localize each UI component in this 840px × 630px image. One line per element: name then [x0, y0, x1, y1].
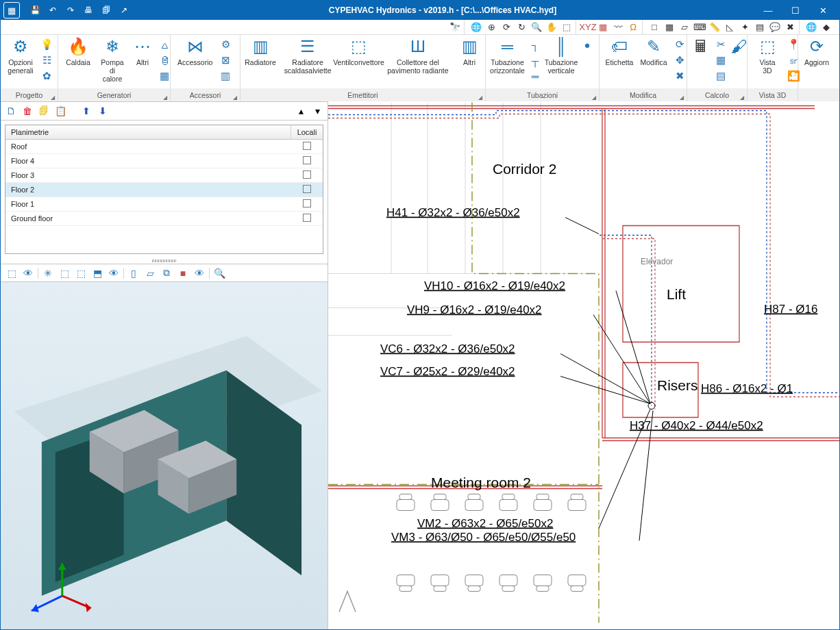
gear-mini-icon[interactable]: ✿: [39, 69, 54, 83]
pipe-cap-icon[interactable]: ●: [580, 38, 595, 51]
angle-icon[interactable]: ◺: [724, 21, 736, 34]
rotate-icon[interactable]: ⟳: [672, 38, 687, 51]
loop-icon[interactable]: ⟳: [500, 21, 512, 34]
eye-proj-icon[interactable]: 👁: [21, 266, 35, 280]
copy-icon[interactable]: 🗐: [38, 105, 50, 117]
pipe-bend-icon[interactable]: ┐: [528, 38, 543, 51]
zoom-icon[interactable]: 🔍: [530, 21, 543, 34]
pipe-colors-icon[interactable]: ═: [528, 69, 543, 83]
layers-icon[interactable]: 🗐: [99, 3, 113, 17]
cube2-icon[interactable]: ⬚: [58, 266, 71, 280]
scissors-icon[interactable]: ✂: [713, 38, 728, 51]
row-floor4[interactable]: Floor 4: [5, 154, 323, 168]
modifica-button[interactable]: ✎ Modifica: [637, 36, 671, 87]
axes-icon[interactable]: ✳: [41, 266, 55, 280]
magnet-icon[interactable]: Ω: [627, 21, 639, 34]
accessorio-button[interactable]: ⋈ Accessorio: [173, 36, 217, 87]
tools-icon[interactable]: ✖: [784, 21, 796, 34]
search-icon[interactable]: 🔍: [212, 266, 226, 280]
eye2-icon[interactable]: 👁: [107, 266, 121, 280]
view3d-area[interactable]: [1, 282, 328, 629]
page-icon[interactable]: ▤: [754, 21, 766, 34]
doc-icon[interactable]: ☷: [39, 53, 54, 67]
opzioni-generali-button[interactable]: ⚙ Opzioni generali: [3, 36, 38, 87]
ruler-icon[interactable]: 📏: [708, 21, 721, 34]
perspective-icon[interactable]: ▱: [678, 21, 691, 34]
refresh-icon[interactable]: ↻: [515, 21, 528, 34]
chk-ground[interactable]: [303, 214, 311, 222]
collapse-up-icon[interactable]: ▴: [295, 105, 307, 117]
maximize-button[interactable]: ☐: [782, 1, 809, 20]
radiatore-button[interactable]: ▥ Radiatore: [243, 36, 277, 87]
chk-floor2[interactable]: [303, 185, 311, 193]
paste-icon[interactable]: 📋: [54, 105, 66, 117]
xyz-icon[interactable]: XYZ: [582, 21, 594, 34]
chk-floor1[interactable]: [303, 199, 311, 207]
pipe-split-icon[interactable]: ┬: [528, 53, 543, 67]
binoculars-icon[interactable]: 🔭: [449, 21, 461, 34]
row-ground[interactable]: Ground floor: [5, 212, 323, 226]
calcolo-button1[interactable]: 🖩: [690, 36, 712, 87]
tub-vert-button[interactable]: ║ Tubazione verticale: [544, 36, 578, 87]
manifold-icon[interactable]: ▥: [218, 69, 233, 83]
delete-doc-icon[interactable]: 🗑: [21, 105, 34, 117]
help-globe-icon[interactable]: 🌐: [805, 21, 817, 34]
collettore-button[interactable]: Ш Collettore del pavimento radiante: [380, 36, 456, 87]
selection-icon[interactable]: ⬚: [74, 266, 88, 280]
emettitori-altri-button[interactable]: ▥ Altri: [456, 36, 482, 87]
select-box-icon[interactable]: ⬚: [560, 21, 573, 34]
caldaia-button[interactable]: 🔥 Caldaia: [61, 36, 95, 87]
move-down-icon[interactable]: ⬇: [97, 105, 109, 117]
delete-icon[interactable]: ✖: [672, 69, 687, 83]
grid-icon[interactable]: ▦: [663, 21, 676, 34]
motor-icon[interactable]: ⚙: [218, 38, 233, 51]
horizontal-splitter[interactable]: [1, 258, 328, 264]
move-up-icon[interactable]: ⬆: [80, 105, 92, 117]
row-floor1[interactable]: Floor 1: [5, 197, 323, 212]
vista3d-button[interactable]: ⬚ Vista 3D: [750, 36, 785, 87]
row-floor2[interactable]: Floor 2: [5, 183, 323, 197]
redo-icon[interactable]: ↷: [64, 3, 77, 17]
generatori-altri-button[interactable]: ⋯ Altri: [129, 36, 156, 87]
red-icon[interactable]: ■: [176, 266, 190, 280]
minimize-button[interactable]: —: [754, 1, 782, 20]
calc3-icon[interactable]: ▤: [713, 69, 728, 83]
col-planimetrie[interactable]: Planimetrie: [5, 125, 291, 139]
grid-second-icon[interactable]: ▦: [597, 21, 609, 34]
plane-icon[interactable]: ▱: [143, 266, 157, 280]
aggiorna-button[interactable]: ⟳ Aggiorn: [801, 36, 832, 87]
save-icon[interactable]: 💾: [28, 3, 42, 17]
radscald-button[interactable]: ☰ Radiatore scaldasalviette: [277, 36, 338, 87]
export-icon[interactable]: ↗: [117, 3, 131, 17]
pompa-button[interactable]: ❄ Pompa di calore: [95, 36, 129, 87]
speech-icon[interactable]: 💬: [769, 21, 781, 34]
chk-floor3[interactable]: [303, 171, 311, 179]
heater-icon[interactable]: 🜂: [157, 38, 172, 51]
hsel-icon[interactable]: ⬒: [90, 266, 104, 280]
close-button[interactable]: ✕: [809, 1, 837, 20]
calc2-icon[interactable]: ▦: [713, 53, 728, 67]
tub-horiz-button[interactable]: ═ Tubazione orizzontale: [489, 36, 526, 87]
idea-icon[interactable]: 💡: [39, 38, 54, 51]
view3d-icon[interactable]: ⬚: [5, 266, 18, 280]
etichetta-button[interactable]: 🏷 Etichetta: [602, 36, 637, 87]
move-icon[interactable]: ✥: [672, 53, 687, 67]
undo-icon[interactable]: ↶: [46, 3, 60, 17]
valve2-icon[interactable]: ⊠: [218, 53, 233, 67]
chk-floor4[interactable]: [303, 156, 311, 164]
section-icon[interactable]: ▯: [127, 266, 140, 280]
row-floor3[interactable]: Floor 3: [5, 168, 323, 183]
pin-icon[interactable]: ✦: [739, 21, 751, 34]
radiator-mini-icon[interactable]: ▦: [157, 69, 172, 83]
wave-icon[interactable]: 〰: [612, 21, 624, 34]
collapse-down-icon[interactable]: ▾: [311, 105, 323, 117]
globe-arrow-icon[interactable]: 🌐: [470, 21, 482, 34]
drawing-pane[interactable]: Corridor 2 Lift Elevador Risers Meeting …: [328, 101, 839, 629]
new-doc-icon[interactable]: 🗋: [5, 105, 17, 117]
keyboard-icon[interactable]: ⌨: [693, 21, 706, 34]
hand-icon[interactable]: ✋: [545, 21, 558, 34]
square-icon[interactable]: □: [648, 21, 660, 34]
globe-icon[interactable]: ⊕: [485, 21, 497, 34]
col-locali[interactable]: Locali: [291, 125, 323, 139]
tank-icon[interactable]: 🛢: [157, 53, 172, 67]
